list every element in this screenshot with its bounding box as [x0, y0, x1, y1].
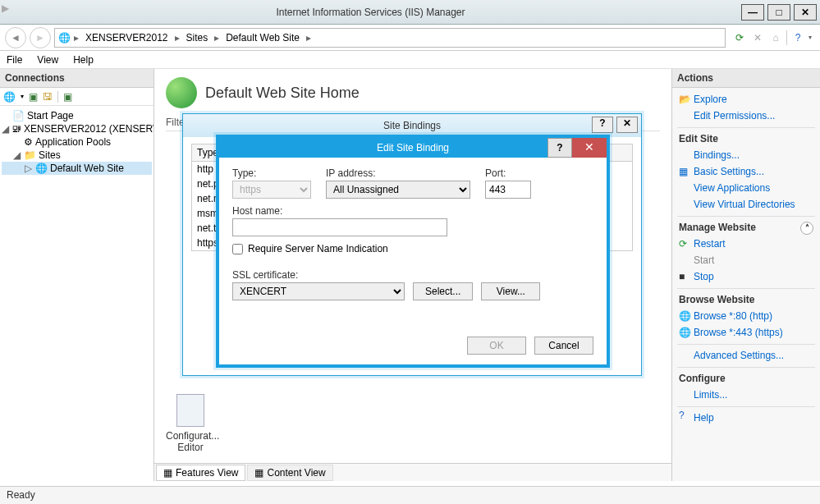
heading-browse-website: Browse Website: [677, 288, 815, 308]
collapse-icon[interactable]: ◢: [2, 123, 9, 135]
breadcrumb-site[interactable]: Default Web Site: [222, 32, 303, 44]
select-cert-button[interactable]: Select...: [413, 282, 473, 300]
type-label: Type:: [232, 167, 311, 179]
ip-label: IP address:: [326, 167, 470, 179]
heading-manage-website: Manage Website ˄: [677, 216, 815, 236]
menu-bar: File View Help: [0, 51, 820, 69]
cancel-button[interactable]: Cancel: [534, 337, 593, 355]
close-button[interactable]: ✕: [794, 4, 817, 21]
refresh-icon[interactable]: ⟳: [732, 30, 747, 45]
content-icon: ▦: [254, 467, 263, 479]
port-input[interactable]: [485, 181, 531, 199]
window-controls: — □ ✕: [741, 4, 820, 21]
dialog-help-button[interactable]: ?: [547, 138, 572, 158]
feature-label: Configurat...Editor: [166, 430, 215, 454]
app-pools-icon: ⚙: [24, 136, 33, 148]
forward-button[interactable]: ►: [30, 27, 51, 48]
config-editor-icon: [176, 394, 204, 427]
action-help[interactable]: ?Help: [677, 406, 815, 426]
action-explore[interactable]: 📂Explore: [677, 91, 815, 108]
action-basic-settings[interactable]: ▦Basic Settings...: [677, 163, 815, 180]
action-view-apps[interactable]: View Applications: [677, 180, 815, 196]
server-icon: 🖳: [11, 123, 21, 135]
ssl-label: SSL certificate:: [232, 269, 593, 281]
breadcrumb[interactable]: 🌐 ▸ XENSERVER2012 ▸ Sites ▸ Default Web …: [54, 28, 726, 48]
back-button[interactable]: ◄: [5, 27, 26, 48]
collapse-icon[interactable]: ◢: [13, 149, 21, 161]
ssl-select[interactable]: XENCERT: [232, 282, 405, 300]
chevron-right-icon: ▸: [305, 32, 313, 44]
browse-icon: 🌐: [679, 310, 690, 322]
ip-select[interactable]: All Unassigned: [326, 181, 470, 199]
menu-view[interactable]: View: [37, 54, 58, 66]
dialog-titlebar: Site Bindings ? ✕: [183, 114, 641, 137]
heading-configure: Configure: [677, 367, 815, 387]
save-icon[interactable]: 🖫: [43, 91, 53, 103]
minimize-button[interactable]: —: [741, 4, 764, 21]
tab-features-view[interactable]: ▦ Features View: [156, 465, 245, 481]
features-icon: ▦: [163, 467, 172, 479]
sni-checkbox-row[interactable]: Require Server Name Indication: [232, 243, 593, 254]
sni-checkbox[interactable]: [232, 244, 243, 254]
field-type: Type: https: [232, 167, 311, 199]
tree-expand-icon[interactable]: ▣: [29, 91, 38, 103]
stop-icon[interactable]: ✕: [750, 30, 765, 45]
window-title: Internet Information Services (IIS) Mana…: [0, 7, 741, 18]
action-edit-permissions[interactable]: Edit Permissions...: [677, 108, 815, 124]
menu-help[interactable]: Help: [73, 54, 94, 66]
tab-label: Features View: [176, 467, 238, 479]
collapse-icon[interactable]: ˄: [800, 222, 813, 235]
action-limits[interactable]: Limits...: [677, 387, 815, 403]
restart-icon: ⟳: [679, 238, 690, 250]
dialog-titlebar[interactable]: Edit Site Binding ? ✕: [219, 138, 607, 158]
view-tabs: ▦ Features View ▦ Content View: [154, 463, 671, 481]
status-bar: Ready: [0, 486, 820, 504]
browse-icon: 🌐: [679, 327, 690, 338]
dialog-close-button[interactable]: ✕: [616, 117, 638, 133]
dialog-help-button[interactable]: ?: [592, 117, 613, 133]
maximize-button[interactable]: □: [767, 4, 790, 21]
tree-sites[interactable]: ◢ 📁 Sites: [2, 149, 152, 162]
chevron-right-icon: ▸: [213, 32, 221, 44]
connections-tree: 📄 Start Page ◢ 🖳 XENSERVER2012 (XENSERV.…: [0, 106, 153, 481]
connections-panel: Connections 🌐▾ ▣ 🖫 ▣ 📄 Start Page ◢ 🖳 XE…: [0, 69, 154, 481]
nav-icons: ⟳ ✕ ⌂ ? ▾: [729, 30, 815, 45]
dialog-close-button[interactable]: ✕: [572, 138, 607, 158]
tab-label: Content View: [267, 467, 325, 479]
connect-icon[interactable]: 🌐: [3, 91, 16, 103]
tree-default-web-site[interactable]: ▷ 🌐 Default Web Site: [2, 162, 152, 175]
action-browse-80[interactable]: 🌐Browse *:80 (http): [677, 308, 815, 324]
action-advanced-settings[interactable]: Advanced Settings...: [677, 344, 815, 364]
start-page-icon: 📄: [12, 110, 25, 121]
breadcrumb-sites[interactable]: Sites: [183, 32, 212, 44]
feature-config-editor[interactable]: Configurat...Editor: [166, 394, 215, 454]
expand-icon[interactable]: ▷: [25, 163, 33, 174]
site-icon: 🌐: [35, 163, 48, 174]
help-icon: ?: [679, 410, 690, 421]
tree-start-page[interactable]: 📄 Start Page: [2, 109, 152, 122]
help-icon[interactable]: ?: [790, 30, 805, 45]
field-ip: IP address: All Unassigned: [326, 167, 470, 199]
up-icon[interactable]: ▣: [63, 91, 72, 103]
action-restart[interactable]: ⟳Restart: [677, 236, 815, 252]
action-browse-443[interactable]: 🌐Browse *:443 (https): [677, 324, 815, 341]
chevron-right-icon: ▸: [173, 32, 181, 44]
view-cert-button[interactable]: View...: [481, 282, 540, 300]
field-ssl-cert: SSL certificate: XENCERT Select... View.…: [232, 269, 593, 300]
home-icon[interactable]: ⌂: [768, 30, 783, 45]
field-hostname: Host name:: [232, 205, 593, 236]
menu-file[interactable]: File: [7, 54, 22, 66]
dialog-title: Site Bindings: [183, 120, 641, 131]
action-bindings[interactable]: Bindings...: [677, 147, 815, 163]
action-stop[interactable]: ■Stop: [677, 268, 815, 285]
action-view-vdirs[interactable]: View Virtual Directories: [677, 196, 815, 213]
stop-icon: ■: [679, 271, 690, 282]
type-select: https: [232, 181, 311, 199]
hostname-input[interactable]: [232, 218, 447, 236]
tree-app-pools[interactable]: ⚙ Application Pools: [2, 135, 152, 149]
tab-content-view[interactable]: ▦ Content View: [247, 465, 332, 481]
hostname-label: Host name:: [232, 205, 593, 217]
tree-label: Default Web Site: [50, 163, 124, 174]
tree-server[interactable]: ◢ 🖳 XENSERVER2012 (XENSERV...: [2, 122, 152, 135]
breadcrumb-server[interactable]: XENSERVER2012: [82, 32, 172, 44]
